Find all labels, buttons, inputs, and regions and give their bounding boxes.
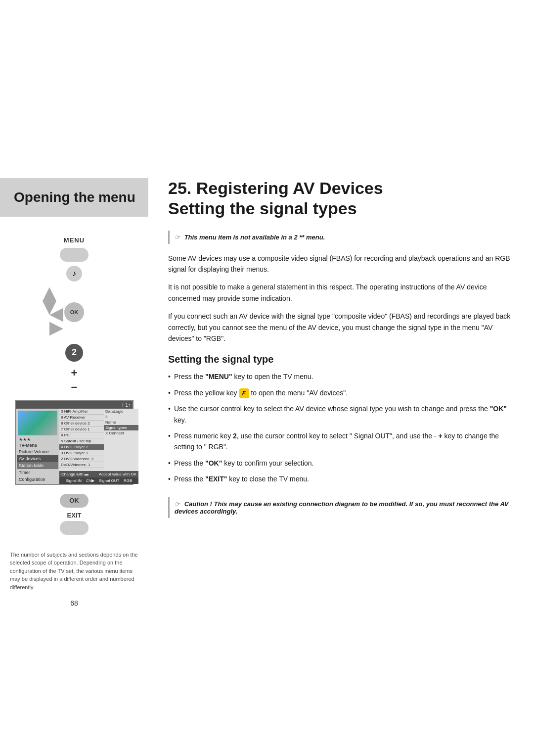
num2-badge[interactable]: 2 bbox=[65, 344, 83, 362]
right-column: 25. Registering AV Devices Setting the s… bbox=[148, 178, 534, 756]
minus-label[interactable]: – bbox=[71, 380, 77, 393]
remote-diagram: MENU ♪ OK bbox=[0, 232, 148, 541]
rp-item-0: 0 HiFi-Amplifier bbox=[59, 409, 104, 415]
tv-menu-vertical-label: TV-Menu bbox=[17, 442, 58, 448]
tv-menu-sub-panel: DataLogic 3 Name Signal types X Connect bbox=[104, 409, 138, 471]
menu-button-label: MENU bbox=[64, 236, 85, 244]
music-note-icon: ♪ bbox=[72, 269, 76, 278]
opening-menu-box: Opening the menu bbox=[0, 178, 148, 217]
main-content: Opening the menu MENU ♪ bbox=[0, 178, 534, 756]
bullet-item-numeric2: Press numeric key 2, use the cursor cont… bbox=[168, 430, 514, 453]
tv-menu-right-panel: 0 HiFi-Amplifier 9 AV-Receiver 8 Other d… bbox=[59, 409, 104, 471]
body-paragraph-2: It is not possible to make a general sta… bbox=[168, 282, 514, 304]
rp-item-3: 3 DVD Player 1 bbox=[59, 450, 104, 456]
note-box: ☞ This menu item is not available in a 2… bbox=[168, 231, 514, 244]
bullet-item-exit: Press the "EXIT" key to close the TV men… bbox=[168, 473, 514, 484]
rp-item-9: 9 AV-Receiver bbox=[59, 415, 104, 421]
tv-menu-item-station: Station table bbox=[17, 462, 58, 469]
rp-item-5: 5 Satellit / set top bbox=[59, 438, 104, 444]
caution-box: ☞ Caution ! This may cause an existing c… bbox=[168, 497, 514, 518]
sp-item-dl: DataLogic bbox=[104, 409, 138, 414]
bullet-list-right: Press the yellow key F to open the menu … bbox=[168, 387, 514, 469]
sp-item-signal: Signal types bbox=[104, 425, 138, 430]
tv-signal-bar: Signal IN CV▶ Signal OUT RGB bbox=[59, 477, 138, 484]
col-bullets-right: Press the yellow key F to open the menu … bbox=[168, 387, 514, 473]
two-col-bullets: Press the yellow key F to open the menu … bbox=[168, 387, 514, 473]
rp-item-6: 6 PC bbox=[59, 432, 104, 438]
yellow-key-icon: F bbox=[239, 388, 249, 398]
tv-stars: ★★★ bbox=[17, 436, 58, 442]
ok-button[interactable]: OK bbox=[60, 494, 89, 508]
sp-item-connect: X Connect bbox=[104, 430, 138, 436]
tv-menu-body: ★★★ TV-Menu Picture-Volume AV devices St… bbox=[16, 409, 133, 484]
body-paragraph-3: If you connect such an AV device with th… bbox=[168, 311, 514, 344]
left-footer: The number of subjects and sections depe… bbox=[0, 546, 148, 597]
sp-item-name: Name bbox=[104, 420, 138, 425]
bullet-item-cursor: Use the cursor control key to select the… bbox=[168, 403, 514, 425]
left-column: Opening the menu MENU ♪ bbox=[0, 178, 148, 756]
rp-item-8: 8 Other device 2 bbox=[59, 421, 104, 426]
tv-menu-screenshot: F1↑ ★★★ TV-Menu Picture-Volume AV device… bbox=[15, 400, 134, 485]
bullet-list-exit: Press the "EXIT" key to close the TV men… bbox=[168, 473, 514, 489]
bullet-item-ok-confirm: Press the "OK" key to confirm your selec… bbox=[168, 458, 514, 469]
exit-button[interactable] bbox=[60, 521, 89, 535]
tv-thumbnail bbox=[18, 411, 57, 435]
tv-menu-item-av: AV devices bbox=[17, 455, 58, 462]
tv-menu-item-config: Configuration bbox=[17, 476, 58, 483]
tv-menu-panels: 0 HiFi-Amplifier 9 AV-Receiver 8 Other d… bbox=[59, 409, 138, 471]
music-note-button[interactable]: ♪ bbox=[66, 266, 82, 282]
page-container: Opening the menu MENU ♪ bbox=[0, 0, 534, 756]
tv-menu-item-timer: Timer bbox=[17, 469, 58, 476]
tv-menu-header: F1↑ bbox=[16, 401, 133, 409]
bullet-item-menu: Press the "MENU" key to open the TV menu… bbox=[168, 371, 514, 382]
plus-minus-row: + – bbox=[71, 367, 78, 393]
page-number: 68 bbox=[70, 599, 78, 615]
dpad-up-arrow[interactable] bbox=[43, 287, 56, 301]
bullet-list-left: Press the "MENU" key to open the TV menu… bbox=[168, 371, 514, 387]
note-icon: ☞ bbox=[175, 234, 180, 241]
exit-label: EXIT bbox=[67, 512, 82, 519]
body-paragraph-1: Some AV devices may use a composite vide… bbox=[168, 253, 514, 275]
dpad-right-arrow[interactable] bbox=[49, 322, 63, 336]
dpad-container: OK bbox=[49, 287, 99, 337]
ok-dpad-button[interactable]: OK bbox=[64, 302, 84, 322]
tv-menu-item-picture: Picture-Volume bbox=[17, 448, 58, 455]
menu-button[interactable] bbox=[60, 248, 89, 262]
bullet-item-yellow: Press the yellow key F to open the menu … bbox=[168, 387, 514, 398]
rp-item-7: 7 Other device 1 bbox=[59, 426, 104, 432]
caution-icon: ☞ bbox=[175, 500, 180, 508]
section-heading: Setting the signal type bbox=[168, 354, 514, 365]
chapter-title: 25. Registering AV Devices Setting the s… bbox=[168, 178, 514, 219]
top-space bbox=[0, 0, 534, 178]
plus-label[interactable]: + bbox=[71, 367, 78, 379]
title-section: 25. Registering AV Devices Setting the s… bbox=[168, 178, 514, 221]
tv-menu-left-panel: ★★★ TV-Menu Picture-Volume AV devices St… bbox=[16, 409, 59, 484]
tv-bottom-bar: Change with ▬ Accept value with OK bbox=[59, 471, 138, 477]
opening-menu-title: Opening the menu bbox=[14, 189, 138, 206]
sp-item-3: 3 bbox=[104, 414, 138, 420]
rp-item-2: 2 DVD/Videorec. 2 bbox=[59, 456, 104, 462]
rp-item-4: 4 DVD Player 2 bbox=[59, 444, 104, 450]
tv-menu-middle-right: 0 HiFi-Amplifier 9 AV-Receiver 8 Other d… bbox=[59, 409, 138, 484]
rp-item-1: DVD/Videorec. 1 bbox=[59, 462, 104, 468]
